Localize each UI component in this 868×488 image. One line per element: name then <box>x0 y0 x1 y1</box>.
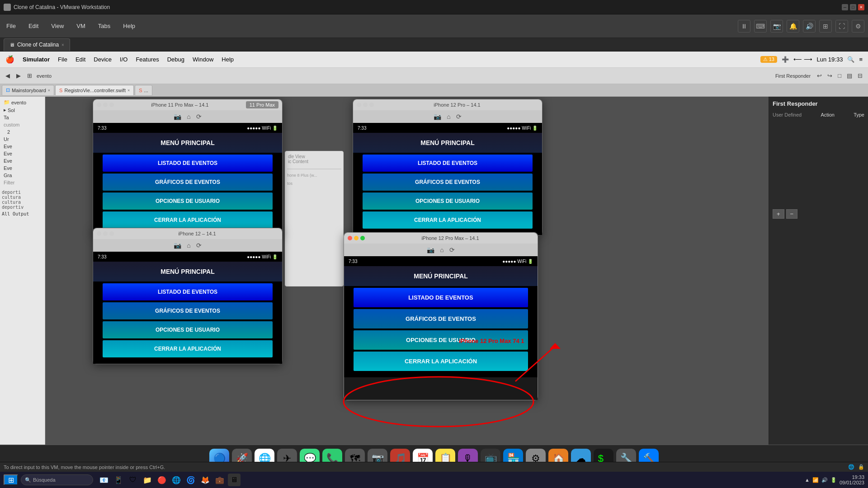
win-app-phone[interactable]: 📱 <box>112 474 125 486</box>
undo-icon[interactable]: ↩ <box>815 71 824 80</box>
sim-12promax-btn-opciones[interactable]: OPCIONES DE USUARIO <box>354 330 528 350</box>
sim-12promax-btn-graficos[interactable]: GRÁFICOS DE EVENTOS <box>354 309 528 328</box>
file-tab-close-1[interactable]: × <box>127 88 130 93</box>
pause-button[interactable]: ⏸ <box>738 20 750 33</box>
tab-clone-catalina[interactable]: 🖥 Clone of Catalina × <box>4 38 70 51</box>
back-icon[interactable]: ◀ <box>4 71 12 80</box>
menu-vm[interactable]: VM <box>74 21 88 31</box>
sim-12pro-rotate[interactable]: ⟳ <box>456 113 462 120</box>
tree-item-filter[interactable]: Filter <box>2 179 43 186</box>
win-app-firefox[interactable]: 🦊 <box>199 474 212 486</box>
mac-menu-simulator[interactable]: Simulator <box>23 56 50 63</box>
fit-button[interactable]: ⊞ <box>819 20 832 33</box>
layout1-icon[interactable]: □ <box>836 71 843 80</box>
win-app-chrome[interactable]: 🌐 <box>170 474 183 486</box>
tree-item-ur[interactable]: Ur <box>2 136 43 143</box>
sim-12pro-btn-cerrar[interactable]: CERRAR LA APLICACIÓN <box>363 211 533 229</box>
sim-12-btn-graficos[interactable]: GRÁFICOS DE EVENTOS <box>103 302 273 319</box>
mac-menu-window[interactable]: Window <box>193 56 213 63</box>
win-search-bar[interactable]: 🔍 Búsqueda <box>21 474 93 485</box>
apple-icon[interactable]: 🍎 <box>5 55 14 64</box>
win-app-defender[interactable]: 🔴 <box>156 474 168 486</box>
sim-12pro-btn-opciones[interactable]: OPCIONES DE USUARIO <box>363 192 533 210</box>
mac-menu-file[interactable]: File <box>58 56 67 63</box>
list-icon[interactable]: ≡ <box>859 56 863 63</box>
mac-menu-debug[interactable]: Debug <box>167 56 184 63</box>
layout3-icon[interactable]: ⊟ <box>856 71 864 80</box>
sim-12promax-btn-eventos[interactable]: LISTADO DE EVENTOS <box>354 288 528 307</box>
audio-button[interactable]: 🔔 <box>787 20 799 33</box>
remove-item-button[interactable]: − <box>786 209 798 219</box>
tree-item-eve4[interactable]: Eve <box>2 164 43 172</box>
tree-item-sol[interactable]: ▸ Sol <box>2 106 43 114</box>
win-clock[interactable]: 19:33 09/01/2023 <box>840 474 864 485</box>
sim-11-btn-opciones[interactable]: OPCIONES DE USUARIO <box>103 192 273 210</box>
sim-11-btn-graficos[interactable]: GRÁFICOS DE EVENTOS <box>103 174 273 191</box>
add-item-button[interactable]: + <box>773 209 784 219</box>
tree-item-eve1[interactable]: Eve <box>2 143 43 150</box>
close-button[interactable]: ✕ <box>858 4 864 10</box>
sim-11-rotate[interactable]: ⟳ <box>196 113 202 120</box>
win-app-teams[interactable]: 💼 <box>213 474 226 486</box>
file-tab-extra[interactable]: S ... <box>135 85 152 96</box>
iphone-11-pro-max-sim[interactable]: iPhone 11 Pro Max – 14.1 11 Pro Max 📷 ⌂ … <box>93 99 283 235</box>
win-start-button[interactable]: ⊞ <box>4 474 18 485</box>
file-tab-mainstoryboard[interactable]: ⊡ Mainstoryboard × <box>2 85 54 96</box>
mac-menu-io[interactable]: I/O <box>120 56 127 63</box>
redo-icon[interactable]: ↪ <box>826 71 834 80</box>
sim-11-btn-cerrar[interactable]: CERRAR LA APLICACIÓN <box>103 211 273 229</box>
tree-item-custom[interactable]: custom <box>2 121 43 128</box>
sim-12-btn-cerrar[interactable]: CERRAR LA APLICACIÓN <box>103 340 273 357</box>
mac-menu-device[interactable]: Device <box>94 56 112 63</box>
iphone-12-pro-max-sim[interactable]: iPhone 12 Pro Max – 14.1 📷 ⌂ ⟳ 7:33 ●●●●… <box>344 232 538 400</box>
menu-help[interactable]: Help <box>120 21 138 31</box>
tree-item-tab[interactable]: Ta <box>2 114 43 121</box>
sim-11-tab[interactable]: 11 Pro Max <box>246 101 278 108</box>
tree-item-evento[interactable]: 📁 evento <box>2 99 43 106</box>
tab-close-button[interactable]: × <box>61 42 64 47</box>
win-app-edge[interactable]: 🌀 <box>184 474 197 486</box>
network-button[interactable]: 🔊 <box>803 20 816 33</box>
sim-12promax-camera[interactable]: 📷 <box>427 246 434 253</box>
sim-12-rotate[interactable]: ⟳ <box>196 242 202 249</box>
maximize-button[interactable]: □ <box>850 4 856 10</box>
sim-11-btn-eventos[interactable]: LISTADO DE EVENTOS <box>103 155 273 172</box>
file-tab-close-0[interactable]: × <box>48 88 50 93</box>
search-icon[interactable]: 🔍 <box>847 56 854 63</box>
sim-12-btn-opciones[interactable]: OPCIONES DE USUARIO <box>103 321 273 338</box>
sim-12-camera[interactable]: 📷 <box>174 242 181 249</box>
win-app-explorer[interactable]: 📁 <box>141 474 154 486</box>
sim-12pro-btn-eventos[interactable]: LISTADO DE EVENTOS <box>363 155 533 172</box>
minimize-button[interactable]: ─ <box>842 4 848 10</box>
sim-11-home[interactable]: ⌂ <box>187 113 190 120</box>
sim-12promax-btn-cerrar[interactable]: CERRAR LA APLICACIÓN <box>354 352 528 371</box>
sim-12pro-camera[interactable]: 📷 <box>434 113 441 120</box>
win-app-outlook[interactable]: 📧 <box>98 474 110 486</box>
fullscreen-button[interactable]: ⛶ <box>835 20 848 33</box>
mac-menu-features[interactable]: Features <box>136 56 159 63</box>
iphone-12-sim[interactable]: iPhone 12 – 14.1 📷 ⌂ ⟳ 7:33 ●●●●● WiFi 🔋… <box>93 228 283 364</box>
tree-item-2[interactable]: 2 <box>2 128 43 136</box>
sim-11-camera[interactable]: 📷 <box>174 113 181 120</box>
settings-button[interactable]: ⚙ <box>852 20 864 33</box>
menu-view[interactable]: View <box>48 21 66 31</box>
file-tab-registro[interactable]: S RegistroVie...controller.swift × <box>55 85 134 96</box>
win-app-vmware[interactable]: 🖥 <box>228 474 241 486</box>
sim-12promax-rotate[interactable]: ⟳ <box>449 246 455 253</box>
menu-tabs[interactable]: Tabs <box>95 21 113 31</box>
menu-file[interactable]: File <box>4 21 19 31</box>
mac-menu-help[interactable]: Help <box>222 56 234 63</box>
sim-12-home[interactable]: ⌂ <box>187 242 190 249</box>
menu-edit[interactable]: Edit <box>26 21 41 31</box>
layout2-icon[interactable]: ▤ <box>845 71 854 80</box>
tree-item-eve2[interactable]: Eve <box>2 150 43 157</box>
iphone-12-pro-sim[interactable]: iPhone 12 Pro – 14.1 📷 ⌂ ⟳ 7:33 ●●●●● Wi… <box>353 99 542 235</box>
screenshot-button[interactable]: 📷 <box>770 20 783 33</box>
sim-12pro-home[interactable]: ⌂ <box>447 113 450 120</box>
tree-item-eve3[interactable]: Eve <box>2 157 43 164</box>
sim-12pro-btn-graficos[interactable]: GRÁFICOS DE EVENTOS <box>363 174 533 191</box>
grid-icon[interactable]: ⊞ <box>25 71 34 80</box>
tray-up-arrow[interactable]: ▲ <box>805 477 810 483</box>
tree-item-gra[interactable]: Gra <box>2 172 43 179</box>
forward-icon[interactable]: ▶ <box>14 71 23 80</box>
